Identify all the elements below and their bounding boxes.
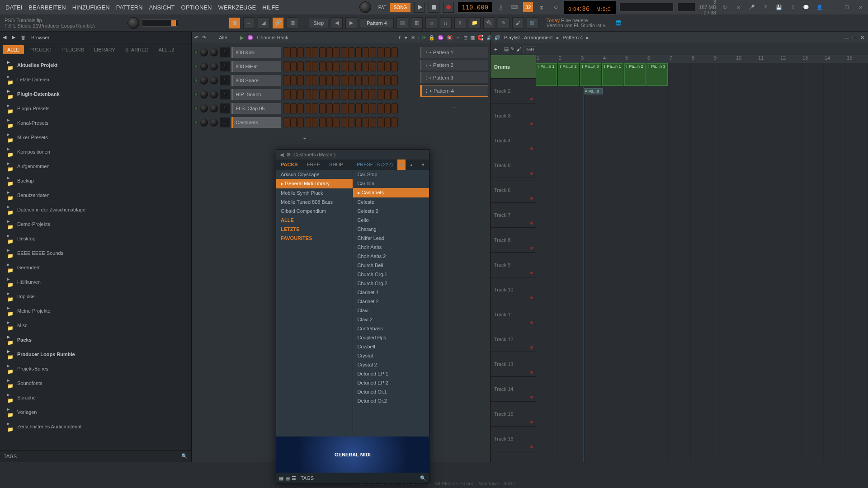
tree-item-21[interactable]: ▸ 📁Projekt-Bones — [0, 361, 191, 376]
pl-close[interactable]: ✕ — [860, 35, 864, 41]
pb-view3-icon[interactable]: ☰ — [292, 475, 296, 481]
save-icon[interactable]: 💾 — [774, 2, 784, 12]
tree-item-0[interactable]: ▸ 📁Aktuelles Projekt — [0, 58, 191, 72]
tree-item-2[interactable]: ▸ 📁Plugin-Datenbank — [0, 87, 191, 101]
pp-loop-icon[interactable]: ⟳ — [422, 35, 426, 41]
pp-arrows-icon[interactable]: ↔ — [456, 35, 461, 40]
step-0-10[interactable] — [355, 47, 362, 57]
step-5-6[interactable] — [326, 117, 333, 127]
render-icon[interactable]: ⇩ — [788, 2, 797, 12]
preset-item-13[interactable]: Clarinet 1 — [353, 288, 429, 297]
pattern-item-3[interactable]: ⫶ ▸ Pattern 4 — [420, 85, 488, 97]
channel-name-button[interactable]: 808 HiHat — [231, 61, 281, 72]
step-2-0[interactable] — [283, 75, 289, 85]
track-header-13[interactable]: Track 14 — [491, 377, 536, 402]
step-2-12[interactable] — [370, 75, 376, 85]
channel-pan-knob[interactable] — [200, 76, 208, 84]
channel-name-button[interactable]: Castanets — [231, 117, 281, 128]
pp-lock-icon[interactable]: 🔒 — [429, 35, 435, 41]
undo-history-icon[interactable]: ↻ — [720, 2, 730, 12]
channel-led[interactable] — [194, 93, 198, 96]
track-header-4[interactable]: Track 5 — [491, 153, 536, 178]
comment-icon[interactable]: 💬 — [801, 2, 811, 12]
main-pitch-knob[interactable] — [359, 1, 371, 13]
cr-graph-icon[interactable]: ⫯ — [398, 35, 401, 40]
step-4-10[interactable] — [355, 103, 362, 113]
track-header-11[interactable]: Track 12 — [491, 327, 536, 352]
channel-led[interactable] — [194, 79, 198, 82]
step-0-9[interactable] — [348, 47, 354, 57]
track-mute-dot[interactable] — [530, 421, 533, 423]
cr-play-icon[interactable]: ▶ — [240, 35, 244, 41]
countdown-icon[interactable]: ⧗ — [537, 2, 547, 12]
preset-item-11[interactable]: Church Org.1 — [353, 270, 429, 279]
view-plugin-icon[interactable]: 🔌 — [483, 17, 495, 29]
step-2-3[interactable] — [305, 75, 311, 85]
step-1-3[interactable] — [305, 61, 311, 71]
step-0-8[interactable] — [341, 47, 347, 57]
step-3-10[interactable] — [355, 89, 362, 99]
play-button[interactable] — [414, 2, 425, 13]
preset-item-2[interactable]: ▸ Castanets — [353, 188, 429, 197]
preset-item-7[interactable]: Chiffer Lead — [353, 234, 429, 243]
pattern-item-0[interactable]: ⫶ ▸ Pattern 1 — [420, 47, 488, 58]
pack-item-3[interactable]: Mobile Tuned 808 Bass — [276, 197, 353, 206]
channel-number[interactable]: 1 — [220, 61, 230, 71]
channel-led[interactable] — [194, 121, 198, 124]
step-0-6[interactable] — [326, 47, 333, 57]
step-5-13[interactable] — [377, 117, 383, 127]
step-2-15[interactable] — [392, 75, 398, 85]
step-5-5[interactable] — [319, 117, 326, 127]
track-header-7[interactable]: Track 8 — [491, 228, 536, 253]
pattern-selector[interactable]: Pattern 4 — [360, 18, 394, 28]
step-5-7[interactable] — [334, 117, 340, 127]
channel-name-button[interactable]: 808 Snare — [231, 75, 281, 86]
pb-view1-icon[interactable]: ▦ — [279, 475, 283, 481]
track-mute-dot[interactable] — [530, 172, 533, 175]
tree-item-17[interactable]: ▸ 📁Meine Projekte — [0, 304, 191, 318]
tree-item-10[interactable]: ▸ 📁Dateien in der Zwischenablage — [0, 202, 191, 217]
track-header-5[interactable]: Track 6 — [491, 178, 536, 203]
step-1-1[interactable] — [290, 61, 297, 71]
preset-browser-header[interactable]: ◀ ⚙ Castanets (Master) — [276, 150, 429, 160]
track-header-1[interactable]: Track 2 — [491, 79, 536, 103]
pack-item-1[interactable]: ▸ General Midi Library — [276, 179, 353, 188]
tree-item-14[interactable]: ▸ 📁Gerendert — [0, 260, 191, 275]
preset-item-15[interactable]: Clavi — [353, 306, 429, 315]
step-2-7[interactable] — [334, 75, 340, 85]
track-mute-dot[interactable] — [530, 147, 533, 150]
step-3-3[interactable] — [305, 89, 311, 99]
step-2-6[interactable] — [326, 75, 333, 85]
clip-1[interactable]: ⫶ Pa...n 2 — [558, 63, 579, 86]
browser-tab-projekt[interactable]: PROJEKT — [25, 45, 57, 54]
panel-pianoroll-button[interactable]: → — [243, 17, 255, 29]
preset-item-10[interactable]: Church Bell — [353, 261, 429, 270]
step-5-3[interactable] — [305, 117, 311, 127]
preset-item-16[interactable]: Clavi 2 — [353, 315, 429, 324]
playlist-pattern-crumb[interactable]: Pattern 4 — [563, 35, 583, 40]
step-3-2[interactable] — [297, 89, 304, 99]
track-header-12[interactable]: Track 13 — [491, 352, 536, 377]
tree-item-7[interactable]: ▸ 📁Aufgenommen — [0, 159, 191, 174]
pb-cat-letzte[interactable]: LETZTE — [276, 225, 353, 234]
step-1-9[interactable] — [348, 61, 354, 71]
step-2-4[interactable] — [312, 75, 318, 85]
step-3-0[interactable] — [283, 89, 289, 99]
step-3-8[interactable] — [341, 89, 347, 99]
pl-tool-draw[interactable]: ✎ — [510, 46, 514, 52]
pb-back-icon[interactable]: ◀ — [280, 152, 283, 158]
view-stepsequencer-icon[interactable]: ▥ — [411, 17, 423, 29]
pb-up-icon[interactable]: ▴ — [406, 160, 417, 170]
tree-item-18[interactable]: ▸ 📁Misc — [0, 318, 191, 333]
channel-name-button[interactable]: FLS_Clap 05 — [231, 103, 281, 114]
pack-item-2[interactable]: Mobile Synth Pluck — [276, 188, 353, 197]
pp-zoom-icon[interactable]: ⊡ — [463, 35, 467, 41]
track-header-10[interactable]: Track 11 — [491, 302, 536, 327]
step-5-8[interactable] — [341, 117, 347, 127]
step-prev[interactable]: ◀ — [331, 17, 343, 29]
cr-close-icon[interactable]: ✕ — [411, 35, 415, 41]
preset-item-19[interactable]: Cowbell — [353, 342, 429, 351]
tree-item-19[interactable]: ▸ 📁Packs — [0, 333, 191, 347]
playlist-grid[interactable]: ⫶ Pa...n 1⫶ Pa...n 2⫶ Pa...n 3⫶ Pa...n 1… — [536, 63, 868, 462]
step-0-3[interactable] — [305, 47, 311, 57]
